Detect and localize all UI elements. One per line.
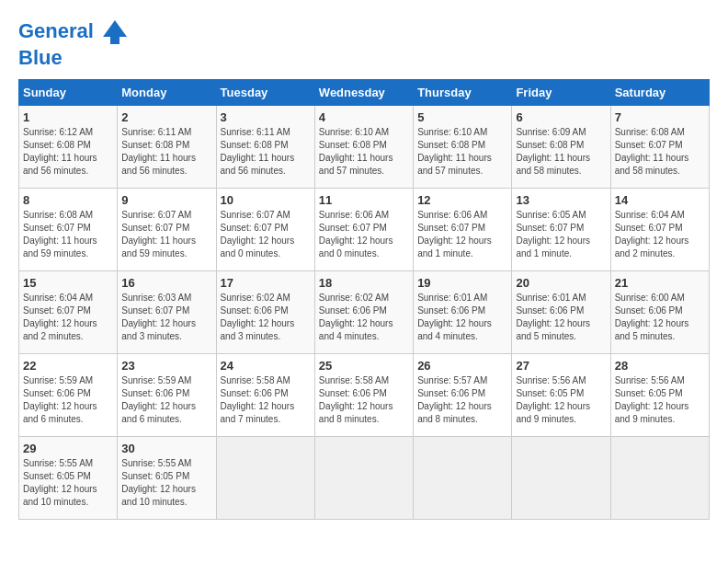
logo: General Blue: [18, 18, 129, 70]
calendar-day-cell: 28Sunrise: 5:56 AM Sunset: 6:05 PM Dayli…: [610, 354, 709, 437]
calendar-day-cell: [414, 437, 512, 520]
day-number: 1: [23, 110, 113, 124]
day-of-week-header: Wednesday: [314, 80, 413, 106]
day-info: Sunrise: 5:55 AM Sunset: 6:05 PM Dayligh…: [121, 457, 211, 509]
day-info: Sunrise: 5:56 AM Sunset: 6:05 PM Dayligh…: [516, 374, 606, 426]
svg-marker-0: [103, 20, 127, 37]
day-number: 10: [221, 193, 311, 207]
day-number: 4: [319, 110, 409, 124]
day-number: 16: [121, 276, 211, 290]
day-info: Sunrise: 6:06 AM Sunset: 6:07 PM Dayligh…: [417, 209, 507, 260]
day-info: Sunrise: 6:08 AM Sunset: 6:07 PM Dayligh…: [615, 126, 705, 178]
day-number: 5: [417, 110, 507, 124]
calendar-day-cell: 22Sunrise: 5:59 AM Sunset: 6:06 PM Dayli…: [19, 354, 118, 437]
logo-blue: Blue: [18, 46, 129, 70]
calendar-day-cell: 18Sunrise: 6:02 AM Sunset: 6:06 PM Dayli…: [314, 271, 413, 354]
calendar-day-cell: 9Sunrise: 6:07 AM Sunset: 6:07 PM Daylig…: [118, 189, 216, 271]
day-number: 30: [121, 442, 211, 455]
day-number: 3: [221, 110, 311, 124]
calendar-day-cell: 30Sunrise: 5:55 AM Sunset: 6:05 PM Dayli…: [118, 437, 216, 520]
calendar-day-cell: 2Sunrise: 6:11 AM Sunset: 6:08 PM Daylig…: [118, 106, 216, 189]
day-number: 2: [121, 110, 211, 124]
day-number: 19: [417, 276, 507, 290]
calendar-day-cell: [610, 437, 709, 520]
day-number: 28: [615, 359, 705, 373]
calendar-day-cell: 4Sunrise: 6:10 AM Sunset: 6:08 PM Daylig…: [314, 106, 413, 189]
calendar-day-cell: 7Sunrise: 6:08 AM Sunset: 6:07 PM Daylig…: [610, 106, 709, 189]
calendar-day-cell: 10Sunrise: 6:07 AM Sunset: 6:07 PM Dayli…: [216, 189, 314, 271]
day-of-week-header: Sunday: [19, 80, 118, 106]
day-info: Sunrise: 6:03 AM Sunset: 6:07 PM Dayligh…: [121, 292, 211, 343]
day-info: Sunrise: 6:07 AM Sunset: 6:07 PM Dayligh…: [221, 209, 311, 260]
calendar-day-cell: 29Sunrise: 5:55 AM Sunset: 6:05 PM Dayli…: [19, 437, 118, 520]
day-info: Sunrise: 5:56 AM Sunset: 6:05 PM Dayligh…: [615, 374, 705, 426]
day-info: Sunrise: 6:09 AM Sunset: 6:08 PM Dayligh…: [516, 126, 606, 178]
day-info: Sunrise: 6:01 AM Sunset: 6:06 PM Dayligh…: [417, 292, 507, 343]
day-info: Sunrise: 6:11 AM Sunset: 6:08 PM Dayligh…: [221, 126, 311, 178]
calendar-day-cell: [216, 437, 314, 520]
day-number: 13: [516, 193, 606, 207]
day-info: Sunrise: 5:57 AM Sunset: 6:06 PM Dayligh…: [417, 374, 507, 426]
day-number: 17: [221, 276, 311, 290]
day-info: Sunrise: 6:02 AM Sunset: 6:06 PM Dayligh…: [319, 292, 409, 343]
day-number: 23: [121, 359, 211, 373]
day-info: Sunrise: 5:59 AM Sunset: 6:06 PM Dayligh…: [121, 374, 211, 426]
day-number: 6: [516, 110, 606, 124]
calendar-day-cell: 14Sunrise: 6:04 AM Sunset: 6:07 PM Dayli…: [610, 189, 709, 271]
day-info: Sunrise: 6:11 AM Sunset: 6:08 PM Dayligh…: [121, 126, 211, 178]
day-info: Sunrise: 6:01 AM Sunset: 6:06 PM Dayligh…: [516, 292, 606, 343]
day-of-week-header: Friday: [512, 80, 610, 106]
day-number: 22: [23, 359, 113, 373]
day-info: Sunrise: 6:04 AM Sunset: 6:07 PM Dayligh…: [615, 209, 705, 260]
day-info: Sunrise: 6:07 AM Sunset: 6:07 PM Dayligh…: [121, 209, 211, 260]
calendar-week-row: 22Sunrise: 5:59 AM Sunset: 6:06 PM Dayli…: [19, 354, 710, 437]
day-info: Sunrise: 5:59 AM Sunset: 6:06 PM Dayligh…: [23, 374, 113, 426]
calendar-day-cell: 11Sunrise: 6:06 AM Sunset: 6:07 PM Dayli…: [314, 189, 413, 271]
day-of-week-header: Thursday: [414, 80, 512, 106]
day-of-week-header: Tuesday: [216, 80, 314, 106]
day-info: Sunrise: 6:06 AM Sunset: 6:07 PM Dayligh…: [319, 209, 409, 260]
calendar-day-cell: 16Sunrise: 6:03 AM Sunset: 6:07 PM Dayli…: [118, 271, 216, 354]
day-info: Sunrise: 6:04 AM Sunset: 6:07 PM Dayligh…: [23, 292, 113, 343]
day-number: 14: [615, 193, 705, 207]
day-number: 7: [615, 110, 705, 124]
calendar-week-row: 1Sunrise: 6:12 AM Sunset: 6:08 PM Daylig…: [19, 106, 710, 189]
calendar-week-row: 29Sunrise: 5:55 AM Sunset: 6:05 PM Dayli…: [19, 437, 710, 520]
day-of-week-header: Monday: [118, 80, 216, 106]
calendar-week-row: 15Sunrise: 6:04 AM Sunset: 6:07 PM Dayli…: [19, 271, 710, 354]
day-info: Sunrise: 6:10 AM Sunset: 6:08 PM Dayligh…: [417, 126, 507, 178]
calendar-day-cell: 3Sunrise: 6:11 AM Sunset: 6:08 PM Daylig…: [216, 106, 314, 189]
logo-text: General: [18, 18, 129, 46]
calendar-day-cell: [512, 437, 610, 520]
day-number: 9: [121, 193, 211, 207]
calendar-day-cell: 21Sunrise: 6:00 AM Sunset: 6:06 PM Dayli…: [610, 271, 709, 354]
calendar-day-cell: 25Sunrise: 5:58 AM Sunset: 6:06 PM Dayli…: [314, 354, 413, 437]
calendar-day-cell: 12Sunrise: 6:06 AM Sunset: 6:07 PM Dayli…: [414, 189, 512, 271]
calendar-day-cell: 1Sunrise: 6:12 AM Sunset: 6:08 PM Daylig…: [19, 106, 118, 189]
day-info: Sunrise: 5:55 AM Sunset: 6:05 PM Dayligh…: [23, 457, 113, 509]
calendar-day-cell: 24Sunrise: 5:58 AM Sunset: 6:06 PM Dayli…: [216, 354, 314, 437]
day-number: 8: [23, 193, 113, 207]
calendar-day-cell: 8Sunrise: 6:08 AM Sunset: 6:07 PM Daylig…: [19, 189, 118, 271]
calendar-header-row: SundayMondayTuesdayWednesdayThursdayFrid…: [19, 80, 710, 106]
calendar-day-cell: 6Sunrise: 6:09 AM Sunset: 6:08 PM Daylig…: [512, 106, 610, 189]
calendar-table: SundayMondayTuesdayWednesdayThursdayFrid…: [18, 79, 710, 520]
day-number: 12: [417, 193, 507, 207]
day-of-week-header: Saturday: [610, 80, 709, 106]
day-info: Sunrise: 5:58 AM Sunset: 6:06 PM Dayligh…: [221, 374, 311, 426]
calendar-day-cell: 13Sunrise: 6:05 AM Sunset: 6:07 PM Dayli…: [512, 189, 610, 271]
day-info: Sunrise: 6:00 AM Sunset: 6:06 PM Dayligh…: [615, 292, 705, 343]
svg-rect-1: [110, 37, 119, 44]
day-info: Sunrise: 5:58 AM Sunset: 6:06 PM Dayligh…: [319, 374, 409, 426]
calendar-day-cell: 19Sunrise: 6:01 AM Sunset: 6:06 PM Dayli…: [414, 271, 512, 354]
calendar-day-cell: 26Sunrise: 5:57 AM Sunset: 6:06 PM Dayli…: [414, 354, 512, 437]
day-number: 18: [319, 276, 409, 290]
calendar-day-cell: 27Sunrise: 5:56 AM Sunset: 6:05 PM Dayli…: [512, 354, 610, 437]
day-number: 25: [319, 359, 409, 373]
calendar-day-cell: 5Sunrise: 6:10 AM Sunset: 6:08 PM Daylig…: [414, 106, 512, 189]
day-number: 11: [319, 193, 409, 207]
day-info: Sunrise: 6:08 AM Sunset: 6:07 PM Dayligh…: [23, 209, 113, 260]
day-info: Sunrise: 6:02 AM Sunset: 6:06 PM Dayligh…: [221, 292, 311, 343]
day-info: Sunrise: 6:05 AM Sunset: 6:07 PM Dayligh…: [516, 209, 606, 260]
day-number: 15: [23, 276, 113, 290]
